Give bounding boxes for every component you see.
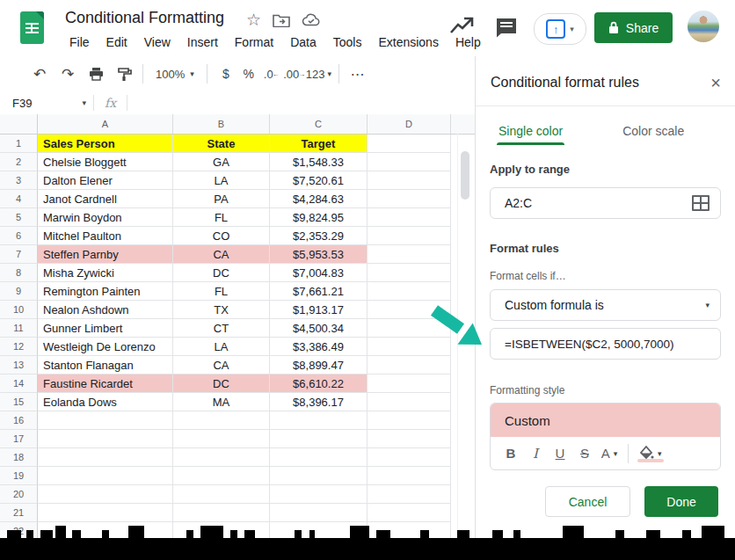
- column-header-B[interactable]: B: [173, 114, 270, 134]
- menu-view[interactable]: View: [138, 33, 177, 51]
- zoom-selector[interactable]: 100% ▾: [150, 68, 200, 81]
- vertical-scrollbar[interactable]: [457, 134, 471, 540]
- column-header-C[interactable]: C: [270, 114, 368, 134]
- cell-C8[interactable]: $7,004.83: [270, 264, 368, 282]
- menu-format[interactable]: Format: [229, 33, 280, 51]
- cell-B15[interactable]: MA: [173, 393, 270, 411]
- menu-data[interactable]: Data: [284, 33, 323, 51]
- strikethrough-button[interactable]: S: [573, 442, 596, 465]
- cell-A4[interactable]: Janot Cardnell: [38, 190, 173, 208]
- cell-A10[interactable]: Nealon Ashdown: [38, 301, 173, 319]
- cell-D4[interactable]: [368, 190, 451, 208]
- move-folder-icon[interactable]: [273, 13, 290, 27]
- row-number-20[interactable]: 20: [0, 485, 38, 504]
- cell-D10[interactable]: [368, 301, 451, 319]
- cell-C9[interactable]: $7,661.21: [270, 282, 368, 301]
- cell-D16[interactable]: [368, 411, 451, 430]
- cell-B2[interactable]: GA: [173, 153, 270, 171]
- cell-C6[interactable]: $2,353.29: [270, 227, 368, 245]
- row-number-1[interactable]: 1: [0, 135, 38, 153]
- cell-B4[interactable]: PA: [173, 190, 270, 208]
- cell-C15[interactable]: $8,396.17: [270, 393, 368, 411]
- cell-B3[interactable]: LA: [173, 171, 270, 190]
- more-toolbar-button[interactable]: ⋯: [346, 62, 369, 85]
- cell-A18[interactable]: [38, 448, 173, 467]
- cell-C1[interactable]: Target: [270, 135, 368, 153]
- cell-C17[interactable]: [270, 430, 368, 448]
- cell-C20[interactable]: [270, 485, 368, 504]
- cell-A16[interactable]: [38, 411, 173, 430]
- italic-button[interactable]: I: [524, 442, 547, 465]
- cell-A3[interactable]: Dalton Elener: [38, 171, 173, 190]
- format-currency-button[interactable]: $: [215, 62, 237, 85]
- cell-A1[interactable]: Sales Person: [38, 135, 173, 153]
- row-number-19[interactable]: 19: [0, 467, 38, 485]
- menu-file[interactable]: File: [63, 33, 96, 51]
- row-number-10[interactable]: 10: [0, 301, 38, 319]
- row-number-2[interactable]: 2: [0, 153, 38, 171]
- cloud-status-icon[interactable]: [302, 13, 321, 27]
- user-avatar[interactable]: [688, 11, 719, 42]
- row-number-12[interactable]: 12: [0, 338, 38, 356]
- cell-B16[interactable]: [173, 411, 270, 430]
- condition-dropdown[interactable]: Custom formula is ▾: [490, 289, 721, 321]
- cell-A7[interactable]: Steffen Parnby: [38, 245, 173, 264]
- cell-A20[interactable]: [38, 485, 173, 504]
- row-number-5[interactable]: 5: [0, 208, 38, 227]
- redo-button[interactable]: ↷: [56, 62, 79, 85]
- cell-D8[interactable]: [368, 264, 451, 282]
- cell-A12[interactable]: Westleigh De Lorenzo: [38, 338, 173, 356]
- print-button[interactable]: [84, 62, 107, 85]
- row-number-18[interactable]: 18: [0, 448, 38, 467]
- cell-D13[interactable]: [368, 356, 451, 375]
- select-range-icon[interactable]: [692, 195, 710, 211]
- cell-D21[interactable]: [368, 504, 451, 522]
- cancel-button[interactable]: Cancel: [545, 486, 630, 517]
- custom-formula-input[interactable]: =ISBETWEEN($C2, 5000,7000): [490, 328, 721, 360]
- cell-C5[interactable]: $9,824.95: [270, 208, 368, 227]
- share-button[interactable]: Share: [594, 12, 673, 43]
- cell-D11[interactable]: [368, 319, 451, 338]
- cell-C19[interactable]: [270, 467, 368, 485]
- cell-B12[interactable]: LA: [173, 338, 270, 356]
- cell-D3[interactable]: [368, 171, 451, 190]
- star-icon[interactable]: ☆: [246, 11, 261, 28]
- cell-A5[interactable]: Marwin Boydon: [38, 208, 173, 227]
- cell-A15[interactable]: Eolanda Dows: [38, 393, 173, 411]
- menu-insert[interactable]: Insert: [181, 33, 224, 51]
- row-number-14[interactable]: 14: [0, 375, 38, 393]
- cell-D20[interactable]: [368, 485, 451, 504]
- cell-D5[interactable]: [368, 208, 451, 227]
- close-icon[interactable]: ×: [710, 74, 721, 91]
- cell-A2[interactable]: Chelsie Bloggett: [38, 153, 173, 171]
- menu-edit[interactable]: Edit: [100, 33, 134, 51]
- cell-B17[interactable]: [173, 430, 270, 448]
- cell-B10[interactable]: TX: [173, 301, 270, 319]
- present-caret-icon[interactable]: ▾: [570, 25, 574, 33]
- cell-B6[interactable]: CO: [173, 227, 270, 245]
- cell-D19[interactable]: [368, 467, 451, 485]
- cell-A21[interactable]: [38, 504, 173, 522]
- cell-A9[interactable]: Remington Painten: [38, 282, 173, 301]
- cell-B8[interactable]: DC: [173, 264, 270, 282]
- row-number-3[interactable]: 3: [0, 171, 38, 190]
- cell-B11[interactable]: CT: [173, 319, 270, 338]
- cell-A6[interactable]: Mitchel Paulton: [38, 227, 173, 245]
- column-header-D[interactable]: D: [368, 114, 451, 134]
- cell-A13[interactable]: Stanton Flanagan: [38, 356, 173, 375]
- cell-A14[interactable]: Faustine Ricardet: [38, 375, 173, 393]
- cell-C4[interactable]: $4,284.63: [270, 190, 368, 208]
- cell-D17[interactable]: [368, 430, 451, 448]
- sheets-logo-icon[interactable]: [20, 11, 44, 44]
- cell-C13[interactable]: $8,899.47: [270, 356, 368, 375]
- paint-format-button[interactable]: [113, 62, 135, 85]
- scrollbar-thumb[interactable]: [461, 151, 469, 200]
- cell-C3[interactable]: $7,520.61: [270, 171, 368, 190]
- cell-D1[interactable]: [368, 135, 451, 153]
- cell-D2[interactable]: [368, 153, 451, 171]
- cell-C2[interactable]: $1,548.33: [270, 153, 368, 171]
- cell-B1[interactable]: State: [173, 135, 270, 153]
- row-number-6[interactable]: 6: [0, 227, 38, 245]
- cell-B18[interactable]: [173, 448, 270, 467]
- undo-button[interactable]: ↶: [28, 62, 51, 85]
